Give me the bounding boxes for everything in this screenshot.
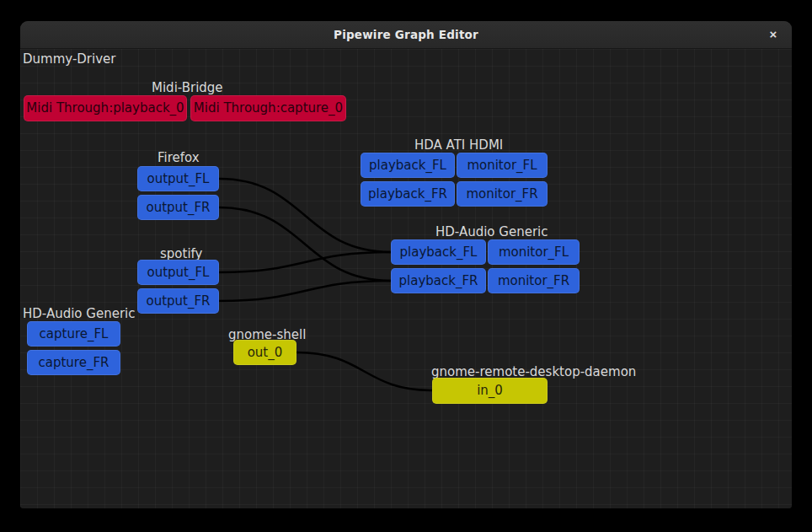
node-label-hd-audio-generic[interactable]: HD-Audio Generic bbox=[23, 306, 135, 321]
desktop-background: Pipewire Graph Editor × Dummy-DriverMidi… bbox=[0, 0, 812, 532]
port-hda-ati-hdmi-monitor-fr[interactable]: monitor_FR bbox=[457, 181, 548, 207]
port-firefox-output-fr[interactable]: output_FR bbox=[137, 195, 219, 220]
port-gnome-remote-desktop-daemon-in-0[interactable]: in_0 bbox=[432, 378, 548, 404]
port-firefox-output-fl[interactable]: output_FL bbox=[137, 166, 219, 191]
close-icon[interactable]: × bbox=[763, 24, 783, 45]
port-midi-bridge-midi-through-playback-0[interactable]: Midi Through:playback_0 bbox=[24, 95, 187, 121]
port-hd-audio-generic-monitor-fl[interactable]: monitor_FL bbox=[488, 239, 580, 265]
node-label-midi-bridge[interactable]: Midi-Bridge bbox=[152, 80, 223, 95]
node-label-dummy-driver[interactable]: Dummy-Driver bbox=[23, 51, 115, 67]
link-curve-spotify-output-fl-to-hd-audio-generic-playback-fl[interactable] bbox=[219, 252, 391, 272]
port-hd-audio-generic-playback-fr[interactable]: playback_FR bbox=[391, 268, 486, 293]
pipewire-graph-editor-window: Pipewire Graph Editor × Dummy-DriverMidi… bbox=[20, 21, 792, 508]
node-label-firefox[interactable]: Firefox bbox=[158, 150, 200, 165]
port-hda-ati-hdmi-playback-fl[interactable]: playback_FL bbox=[361, 153, 455, 178]
port-hd-audio-generic-playback-fl[interactable]: playback_FL bbox=[391, 239, 486, 265]
port-midi-bridge-midi-through-capture-0[interactable]: Midi Through:capture_0 bbox=[190, 95, 346, 121]
link-curve-gnome-shell-out-0-to-gnome-remote-desktop-daemon-in-0[interactable] bbox=[296, 352, 432, 390]
link-curve-firefox-output-fr-to-hd-audio-generic-playback-fr[interactable] bbox=[219, 207, 391, 281]
port-hda-ati-hdmi-monitor-fl[interactable]: monitor_FL bbox=[457, 153, 548, 178]
port-hda-ati-hdmi-playback-fr[interactable]: playback_FR bbox=[361, 181, 455, 207]
port-hd-audio-generic-monitor-fr[interactable]: monitor_FR bbox=[488, 268, 580, 293]
port-spotify-output-fl[interactable]: output_FL bbox=[137, 260, 219, 285]
link-curve-spotify-output-fr-to-hd-audio-generic-playback-fr[interactable] bbox=[219, 281, 391, 301]
window-title: Pipewire Graph Editor bbox=[334, 28, 478, 41]
port-gnome-shell-out-0[interactable]: out_0 bbox=[233, 340, 296, 365]
node-label-hd-audio-generic[interactable]: HD-Audio Generic bbox=[435, 224, 548, 239]
port-hd-audio-generic-capture-fl[interactable]: capture_FL bbox=[27, 321, 120, 347]
titlebar[interactable]: Pipewire Graph Editor × bbox=[20, 21, 792, 49]
port-spotify-output-fr[interactable]: output_FR bbox=[137, 288, 219, 314]
graph-canvas[interactable]: Dummy-DriverMidi-BridgeMidi Through:play… bbox=[20, 49, 792, 508]
node-label-hda-ati-hdmi[interactable]: HDA ATI HDMI bbox=[414, 137, 503, 153]
port-hd-audio-generic-capture-fr[interactable]: capture_FR bbox=[27, 350, 120, 375]
